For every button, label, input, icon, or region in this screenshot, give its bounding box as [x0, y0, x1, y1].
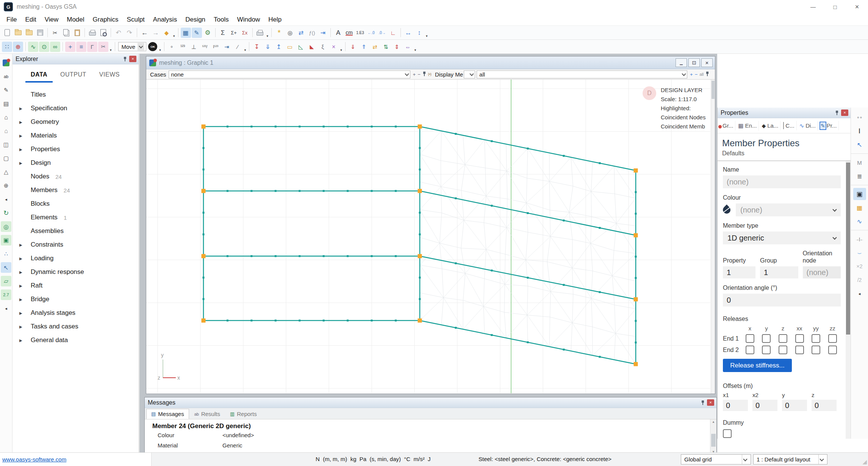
sidebar-item-constraints[interactable]: ▶Constraints [13, 238, 139, 252]
offset-field-z[interactable]: 0 [812, 400, 837, 411]
maximize-button[interactable]: □ [824, 0, 846, 14]
orientation-angle-field[interactable]: 0 [723, 294, 841, 306]
release-checkbox-end2-yy[interactable] [812, 346, 820, 354]
add-circle-icon[interactable]: ⊕ [13, 42, 23, 52]
dropdown-caret-icon[interactable]: ▾ [267, 34, 269, 39]
copy-swap-icon[interactable]: ⇕ [392, 42, 402, 52]
release-checkbox-end2-xx[interactable] [795, 346, 804, 354]
dummy-checkbox[interactable] [723, 429, 732, 438]
wireframe-icon[interactable]: ▣ [1, 235, 11, 246]
tab-output[interactable]: OUTPUT [55, 70, 92, 83]
property-field[interactable]: 1 [723, 266, 755, 278]
copy-down-icon[interactable]: ⇓ [348, 42, 358, 52]
expand-arrow-icon[interactable]: ▶ [19, 147, 22, 152]
sidebar-item-properties[interactable]: ▶Properties [13, 142, 139, 156]
release-stiffness-button[interactable]: Release stiffness... [723, 359, 792, 372]
polygon-icon[interactable]: ▱ [1, 276, 11, 286]
expand-arrow-icon[interactable]: ▶ [19, 297, 22, 302]
view-solid-icon[interactable]: ◫ [1, 139, 11, 150]
no-colour-icon[interactable] [721, 205, 732, 215]
pin-icon[interactable] [701, 400, 705, 405]
menu-view[interactable]: View [41, 16, 63, 23]
tri-green-icon[interactable]: ◺ [296, 42, 306, 52]
release-checkbox-end2-zz[interactable] [828, 346, 837, 354]
release-checkbox-end1-x[interactable] [746, 334, 754, 343]
sidebar-item-geometry[interactable]: ▶Geometry [13, 115, 139, 129]
fit-height-icon[interactable]: ↕ [414, 28, 424, 38]
messages-scrollbar[interactable]: ▲ ▼ [710, 419, 716, 454]
goto-icon[interactable]: ⇥ [318, 28, 328, 38]
copy-mix-icon[interactable]: ⇄ [370, 42, 380, 52]
scrollbar-thumb[interactable] [711, 434, 716, 447]
offset-field-x1[interactable]: 0 [723, 400, 748, 411]
snap-end-icon[interactable]: ⇥ [222, 42, 232, 52]
annotate-icon[interactable]: ab [1, 71, 11, 82]
divide-icon[interactable]: ∕ [233, 42, 243, 52]
menu-graphics[interactable]: Graphics [89, 16, 123, 23]
tab-reports[interactable]: ▥Reports [225, 409, 261, 419]
dropdown-caret-icon[interactable]: ▾ [159, 48, 161, 53]
scroll-up-icon[interactable]: ▲ [710, 420, 716, 424]
curve-node-icon[interactable]: ∿ [28, 42, 38, 52]
label-123-icon[interactable]: ¹²³ [178, 42, 188, 52]
sidebar-item-raft[interactable]: ▶Raft [13, 279, 139, 292]
nav-forward-icon[interactable]: → [150, 28, 161, 38]
chevron-down-icon[interactable] [138, 43, 144, 50]
print-preview-icon[interactable] [98, 28, 108, 38]
scale-x2-icon[interactable]: ×2 [853, 260, 866, 272]
expand-arrow-icon[interactable]: ▶ [19, 120, 22, 124]
expand-arrow-icon[interactable]: ▶ [19, 284, 22, 288]
all-label-icon[interactable]: all [699, 72, 704, 77]
ground-icon[interactable]: ⊥ [189, 42, 199, 52]
sidebar-item-general-data[interactable]: ▶General data [13, 333, 139, 347]
remove-icon[interactable]: − [418, 72, 421, 77]
pin-small-icon[interactable] [705, 71, 709, 78]
graphic-canvas[interactable]: D DESIGN LAYER Scale: 1:117.0Highlighted… [146, 80, 715, 394]
tab-results[interactable]: abResults [190, 409, 225, 419]
print-icon[interactable] [87, 28, 97, 38]
copy-icon[interactable] [61, 28, 71, 38]
release-checkbox-end2-x[interactable] [746, 346, 754, 354]
label-beam-icon[interactable]: I¹²³ [211, 42, 221, 52]
tab-messages[interactable]: ▤Messages [146, 409, 189, 419]
draw-icon[interactable]: ✎ [1, 85, 11, 95]
corner-icon[interactable]: Γ [87, 42, 97, 52]
sidebar-item-blocks[interactable]: Blocks [13, 197, 139, 211]
sidebar-item-bridge[interactable]: ▶Bridge [13, 292, 139, 306]
sum-del-icon[interactable]: Σx [240, 28, 250, 38]
view-struct-icon[interactable]: △ [1, 167, 11, 177]
load-area-icon[interactable]: ⇓ [263, 42, 273, 52]
format-painter-icon[interactable]: ◆ [161, 28, 172, 38]
menu-design[interactable]: Design [181, 16, 210, 23]
dot-small-icon[interactable]: ∘ [167, 42, 177, 52]
redo-icon[interactable]: ↷ [124, 28, 135, 38]
tab-data[interactable]: DATA [25, 70, 53, 83]
release-checkbox-end1-zz[interactable] [828, 334, 837, 343]
link-node-icon[interactable]: ∞ [50, 42, 60, 52]
zoom-icon[interactable]: ◎ [1, 221, 11, 232]
coord-icon[interactable]: 2.7 [1, 289, 11, 300]
menu-tools[interactable]: Tools [210, 16, 233, 23]
pin-small-icon[interactable] [422, 71, 426, 78]
menu-sculpt[interactable]: Sculpt [123, 16, 149, 23]
nodes-sel-icon[interactable]: ∴ [1, 249, 11, 259]
expand-arrow-icon[interactable]: ▶ [19, 338, 22, 342]
cut-icon[interactable]: ✂ [50, 28, 60, 38]
tab-pr[interactable]: ✎Pr... [819, 121, 839, 130]
tab-di[interactable]: ∿Di... [798, 121, 818, 131]
trim-icon[interactable]: ✂ [98, 42, 108, 52]
sidebar-item-design[interactable]: ▶Design [13, 156, 139, 170]
menu-analysis[interactable]: Analysis [149, 16, 181, 23]
contour-icon[interactable]: ▦ [853, 202, 866, 214]
sidebar-item-nodes[interactable]: Nodes24 [13, 170, 139, 183]
model-new-icon[interactable] [1, 58, 11, 68]
ok-button[interactable]: OK [148, 42, 157, 51]
tab-gr[interactable]: Gr... [719, 121, 735, 130]
expand-arrow-icon[interactable]: ▶ [19, 270, 22, 274]
sync-icon[interactable]: ⇄ [296, 28, 306, 38]
deflection-icon[interactable]: ⌣ [853, 247, 866, 259]
wrench-icon[interactable]: ⚙ [203, 28, 213, 38]
sidebar-item-loading[interactable]: ▶Loading [13, 252, 139, 265]
pane-orange-icon[interactable]: ▭ [285, 42, 295, 52]
dropdown-caret-icon[interactable]: ▾ [110, 48, 112, 53]
